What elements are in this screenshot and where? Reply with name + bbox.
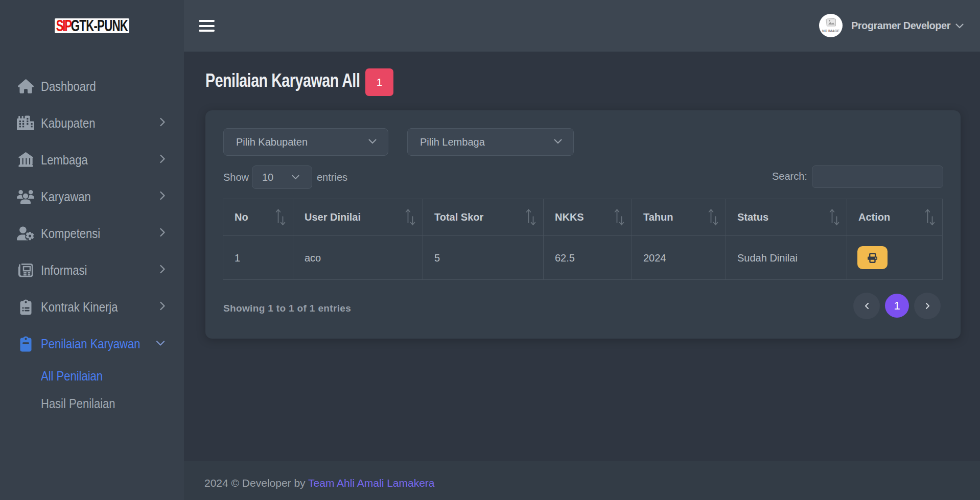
svg-text:NO IMAGE: NO IMAGE	[822, 29, 839, 33]
